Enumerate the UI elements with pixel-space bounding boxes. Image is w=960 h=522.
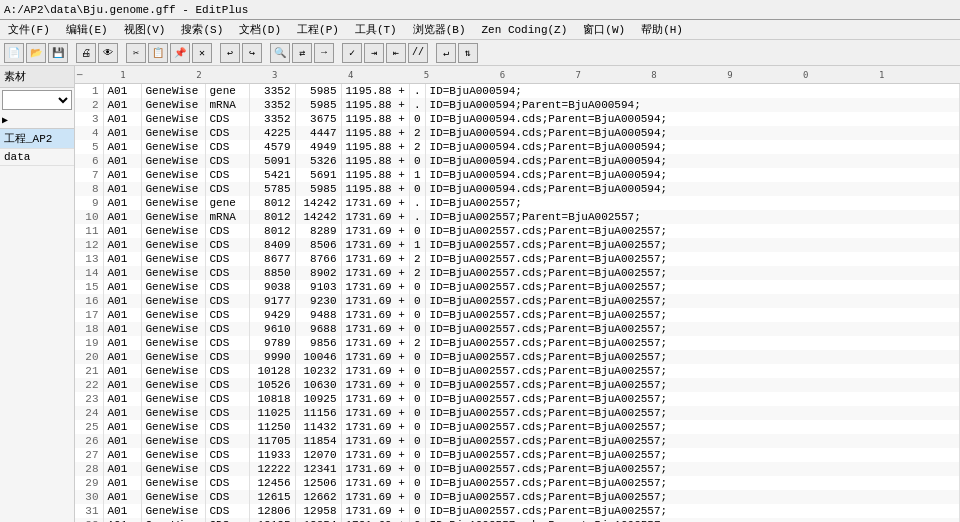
row-chr: A01	[103, 238, 141, 252]
unindent-btn[interactable]: ⇤	[386, 43, 406, 63]
redo-btn[interactable]: ↪	[242, 43, 262, 63]
goto-btn[interactable]: →	[314, 43, 334, 63]
spell-btn[interactable]: ✓	[342, 43, 362, 63]
print-preview-btn[interactable]: 👁	[98, 43, 118, 63]
row-start: 3352	[249, 112, 295, 126]
row-start: 5091	[249, 154, 295, 168]
sidebar-item-project[interactable]: 工程_AP2	[0, 129, 74, 149]
row-attr: ID=BjuA002557.cds;Parent=BjuA002557;	[425, 238, 959, 252]
menu-window[interactable]: 窗口(W)	[579, 21, 629, 38]
menu-file[interactable]: 文件(F)	[4, 21, 54, 38]
sidebar-dropdown[interactable]	[2, 90, 72, 110]
row-type: CDS	[205, 154, 249, 168]
row-num: 19	[75, 336, 103, 350]
table-row: 10 A01 GeneWise mRNA 8012 14242 1731.69 …	[75, 210, 960, 224]
replace-btn[interactable]: ⇄	[292, 43, 312, 63]
row-type: CDS	[205, 224, 249, 238]
find-btn[interactable]: 🔍	[270, 43, 290, 63]
title-text: A:/AP2\data\Bju.genome.gff - EditPlus	[4, 4, 248, 16]
menu-help[interactable]: 帮助(H)	[637, 21, 687, 38]
row-start: 5785	[249, 182, 295, 196]
row-end: 5985	[295, 84, 341, 98]
row-score: 1731.69 +	[341, 406, 409, 420]
row-score: 1731.69 +	[341, 518, 409, 522]
row-chr: A01	[103, 476, 141, 490]
row-source: GeneWise	[141, 476, 205, 490]
menu-search[interactable]: 搜索(S)	[177, 21, 227, 38]
row-type: CDS	[205, 238, 249, 252]
row-type: gene	[205, 196, 249, 210]
row-phase: 1	[409, 238, 425, 252]
comment-btn[interactable]: //	[408, 43, 428, 63]
new-btn[interactable]: 📄	[4, 43, 24, 63]
row-score: 1195.88 +	[341, 84, 409, 98]
paste-btn[interactable]: 📌	[170, 43, 190, 63]
row-num: 26	[75, 434, 103, 448]
row-type: CDS	[205, 182, 249, 196]
row-start: 3352	[249, 98, 295, 112]
open-btn[interactable]: 📂	[26, 43, 46, 63]
menu-project[interactable]: 工程(P)	[293, 21, 343, 38]
row-score: 1731.69 +	[341, 252, 409, 266]
row-phase: 0	[409, 462, 425, 476]
row-attr: ID=BjuA000594;	[425, 84, 959, 98]
row-type: CDS	[205, 322, 249, 336]
row-source: GeneWise	[141, 392, 205, 406]
menu-browser[interactable]: 浏览器(B)	[409, 21, 470, 38]
row-score: 1195.88 +	[341, 154, 409, 168]
menu-edit[interactable]: 编辑(E)	[62, 21, 112, 38]
table-container[interactable]: 1 A01 GeneWise gene 3352 5985 1195.88 + …	[75, 84, 960, 522]
delete-btn[interactable]: ✕	[192, 43, 212, 63]
sort-btn[interactable]: ⇅	[458, 43, 478, 63]
wrap-btn[interactable]: ↵	[436, 43, 456, 63]
table-row: 2 A01 GeneWise mRNA 3352 5985 1195.88 + …	[75, 98, 960, 112]
row-source: GeneWise	[141, 504, 205, 518]
row-type: CDS	[205, 126, 249, 140]
menu-view[interactable]: 视图(V)	[120, 21, 170, 38]
row-score: 1731.69 +	[341, 434, 409, 448]
row-phase: .	[409, 98, 425, 112]
row-type: CDS	[205, 280, 249, 294]
row-num: 15	[75, 280, 103, 294]
row-num: 25	[75, 420, 103, 434]
row-end: 5985	[295, 98, 341, 112]
menu-tools[interactable]: 工具(T)	[351, 21, 401, 38]
undo-btn[interactable]: ↩	[220, 43, 240, 63]
row-type: CDS	[205, 140, 249, 154]
menu-zen[interactable]: Zen Coding(Z)	[478, 23, 572, 37]
row-type: CDS	[205, 434, 249, 448]
menu-bar: 文件(F) 编辑(E) 视图(V) 搜索(S) 文档(D) 工程(P) 工具(T…	[0, 20, 960, 40]
row-chr: A01	[103, 140, 141, 154]
menu-doc[interactable]: 文档(D)	[235, 21, 285, 38]
row-end: 9688	[295, 322, 341, 336]
row-attr: ID=BjuA002557.cds;Parent=BjuA002557;	[425, 504, 959, 518]
row-attr: ID=BjuA000594.cds;Parent=BjuA000594;	[425, 112, 959, 126]
indent-btn[interactable]: ⇥	[364, 43, 384, 63]
table-row: 1 A01 GeneWise gene 3352 5985 1195.88 + …	[75, 84, 960, 98]
row-phase: .	[409, 196, 425, 210]
table-row: 24 A01 GeneWise CDS 11025 11156 1731.69 …	[75, 406, 960, 420]
row-score: 1731.69 +	[341, 308, 409, 322]
row-start: 3352	[249, 84, 295, 98]
cut-btn[interactable]: ✂	[126, 43, 146, 63]
row-num: 14	[75, 266, 103, 280]
copy-btn[interactable]: 📋	[148, 43, 168, 63]
row-phase: 0	[409, 518, 425, 522]
print-btn[interactable]: 🖨	[76, 43, 96, 63]
row-score: 1731.69 +	[341, 378, 409, 392]
row-phase: 0	[409, 322, 425, 336]
editor-area: ─ 1 2 3 4 5 6 7 8 9 0 1 1 A01	[75, 66, 960, 522]
row-chr: A01	[103, 420, 141, 434]
row-attr: ID=BjuA002557.cds;Parent=BjuA002557;	[425, 448, 959, 462]
row-phase: 2	[409, 140, 425, 154]
row-chr: A01	[103, 210, 141, 224]
sidebar-header: 素材	[0, 66, 74, 88]
row-phase: 2	[409, 266, 425, 280]
row-chr: A01	[103, 504, 141, 518]
row-start: 8012	[249, 224, 295, 238]
save-btn[interactable]: 💾	[48, 43, 68, 63]
row-end: 13854	[295, 518, 341, 522]
row-num: 9	[75, 196, 103, 210]
sidebar-item-data[interactable]: data	[0, 149, 74, 166]
row-source: GeneWise	[141, 350, 205, 364]
